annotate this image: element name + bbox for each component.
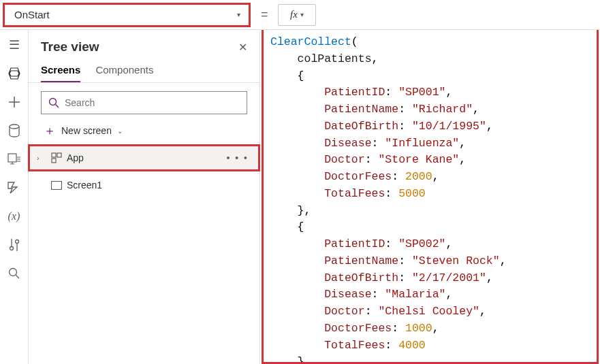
fx-label: fx [290, 9, 298, 20]
property-dropdown[interactable]: OnStart ▾ [3, 3, 251, 27]
power-automate-icon[interactable] [7, 181, 21, 195]
svg-point-5 [50, 99, 57, 105]
tree-item-screen1[interactable]: Screen1 [29, 171, 259, 199]
fx-button[interactable]: fx ▾ [278, 4, 316, 26]
tree-item-label: Screen1 [67, 180, 250, 191]
hamburger-icon[interactable]: ☰ [7, 38, 21, 52]
search-row [29, 83, 259, 118]
app-icon [50, 152, 63, 163]
tree-item-label: App [67, 152, 223, 163]
plus-icon: ＋ [44, 122, 56, 139]
new-screen-button[interactable]: ＋ New screen ⌄ [29, 118, 259, 144]
tree-view-icon[interactable] [7, 67, 21, 80]
expand-icon[interactable]: › [37, 154, 46, 162]
property-label: OnStart [14, 9, 50, 20]
close-icon[interactable]: ✕ [238, 41, 247, 54]
svg-rect-8 [52, 159, 56, 163]
svg-point-2 [10, 247, 13, 250]
insert-icon[interactable] [7, 95, 21, 109]
more-options-button[interactable]: • • • [227, 152, 249, 163]
tree-header: Tree view ✕ [29, 30, 259, 59]
svg-rect-7 [57, 153, 61, 157]
variables-icon[interactable]: (x) [7, 210, 21, 223]
tab-components[interactable]: Components [95, 64, 153, 82]
screen-icon [50, 181, 63, 190]
advanced-tools-icon[interactable] [7, 238, 21, 252]
tree-tabs: Screens Components [29, 59, 259, 83]
left-icon-rail: ☰ (x) [0, 30, 29, 364]
tree-title: Tree view [41, 39, 99, 54]
search-icon[interactable] [7, 267, 21, 280]
data-icon[interactable] [7, 124, 21, 137]
search-box[interactable] [41, 91, 247, 114]
topbar: OnStart ▾ = fx ▾ [0, 0, 600, 30]
chevron-down-icon: ▾ [300, 11, 304, 18]
new-screen-label: New screen [61, 125, 112, 136]
svg-point-4 [9, 269, 16, 276]
tab-screens[interactable]: Screens [41, 64, 80, 82]
svg-point-3 [15, 240, 18, 244]
media-icon[interactable] [7, 152, 21, 166]
chevron-down-icon: ⌄ [117, 127, 123, 135]
search-input[interactable] [65, 97, 240, 108]
equals-sign: = [251, 7, 278, 22]
svg-rect-6 [52, 153, 56, 157]
svg-rect-9 [52, 181, 62, 189]
main: ☰ (x) Tree view ✕ Screens Compo [0, 30, 600, 364]
chevron-down-icon: ▾ [237, 11, 240, 18]
tree-view-panel: Tree view ✕ Screens Components ＋ New scr… [29, 30, 260, 364]
tree-item-app[interactable]: › App • • • [28, 144, 260, 171]
svg-rect-1 [8, 154, 16, 162]
formula-bar-editor[interactable]: ClearCollect( colPatients, { PatientID: … [262, 30, 599, 364]
search-icon [48, 97, 59, 108]
svg-point-0 [10, 125, 19, 129]
